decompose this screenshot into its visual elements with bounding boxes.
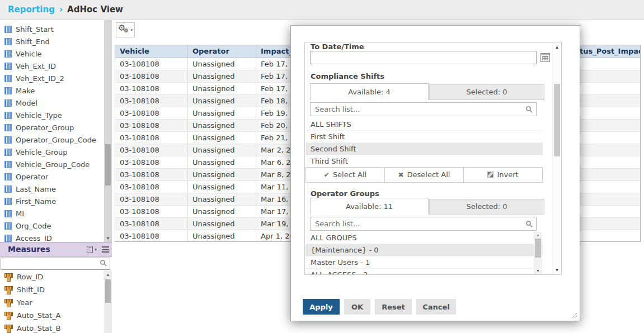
to-datetime-label: To Date/Time	[311, 42, 364, 51]
operator-cell: Unassigned	[188, 70, 256, 82]
cross-icon: ✖	[398, 171, 404, 179]
scroll-down-icon[interactable]: ▾	[553, 267, 561, 273]
scrollbar-thumb[interactable]	[105, 279, 111, 303]
scroll-down-icon[interactable]: ▾	[104, 235, 112, 241]
field-label: Shift_Start	[16, 25, 54, 34]
field-label: Vehicle_Group	[16, 148, 68, 156]
field-label: First_Name	[16, 197, 56, 206]
field-item[interactable]: Operator	[0, 170, 104, 183]
apply-button[interactable]: Apply	[303, 299, 340, 315]
search-icon	[100, 260, 105, 265]
group-list-item[interactable]: ALL_ACCESS - 2	[305, 269, 543, 275]
measure-ruler-icon	[4, 286, 13, 294]
scrollbar-thumb[interactable]	[535, 239, 541, 258]
shift-list-item[interactable]: Second Shift	[305, 143, 543, 155]
vehicle-cell: 03-108108	[115, 70, 188, 82]
column-field-icon	[4, 124, 12, 131]
groups-list-scrollbar[interactable]: ▴ ▾	[534, 232, 542, 274]
field-item[interactable]: Shift_End	[0, 35, 104, 47]
field-item[interactable]: Model	[0, 97, 104, 109]
to-datetime-input[interactable]	[310, 51, 537, 64]
ok-button[interactable]: OK	[344, 299, 370, 315]
deselect-all-button[interactable]: ✖Deselect All	[384, 167, 464, 183]
shifts-list: ALL SHIFTS First Shift Second Shift Thir…	[305, 118, 543, 168]
field-item[interactable]: MI	[0, 207, 104, 220]
field-item[interactable]: Vehicle_Type	[0, 109, 104, 121]
groups-search	[310, 217, 537, 231]
measure-label: Auto_Stat_A	[17, 311, 61, 320]
field-item[interactable]: Last_Name	[0, 183, 104, 195]
tab-shifts-selected[interactable]: Selected: 0	[429, 84, 544, 100]
vehicle-cell: 03-108108	[115, 206, 188, 217]
reset-button[interactable]: Reset	[375, 299, 412, 315]
resize-handle[interactable]	[571, 312, 577, 318]
cancel-button[interactable]: Cancel	[416, 299, 456, 315]
measure-item[interactable]: Shift_ID	[0, 283, 104, 296]
vehicle-cell: 03-108108	[115, 58, 188, 70]
scroll-up-icon[interactable]: ▴	[104, 271, 112, 278]
field-item[interactable]: Vehicle	[0, 47, 104, 60]
vehicle-cell: 03-108108	[115, 83, 188, 94]
breadcrumb-reporting-link[interactable]: Reporting	[8, 4, 55, 15]
group-list-item[interactable]: Master Users - 1	[305, 256, 543, 269]
field-label: Org_Code	[16, 222, 51, 230]
field-label: Veh_Ext_ID_2	[16, 74, 64, 83]
tab-groups-available[interactable]: Available: 11	[310, 198, 429, 215]
field-item[interactable]: Veh_Ext_ID	[0, 60, 104, 72]
field-item[interactable]: Vehicle_Group_Code	[0, 158, 104, 170]
operator-cell: Unassigned	[188, 120, 256, 131]
field-item[interactable]: Operator_Group	[0, 121, 104, 134]
operator-cell: Unassigned	[188, 95, 256, 107]
list-view-icon[interactable]	[87, 246, 93, 253]
column-header-operator[interactable]: Operator	[188, 45, 256, 58]
group-list-item[interactable]: {Maintenance} - 0	[305, 244, 543, 256]
scrollbar-thumb[interactable]	[105, 144, 111, 185]
vehicle-cell: 03-108108	[115, 156, 188, 168]
menu-icon[interactable]	[102, 246, 109, 253]
measures-scrollbar[interactable]: ▴	[104, 270, 112, 333]
measure-item[interactable]: Year	[0, 296, 104, 309]
column-header-vehicle[interactable]: Vehicle	[115, 45, 188, 58]
measure-label: Shift_ID	[17, 286, 45, 294]
measure-item[interactable]: Auto_Stat_B	[0, 322, 104, 333]
field-item[interactable]: Veh_Ext_ID_2	[0, 72, 104, 84]
field-item[interactable]: Operator_Group_Code	[0, 134, 104, 146]
field-label: Vehicle_Type	[16, 111, 62, 120]
field-label: MI	[16, 210, 24, 218]
tab-shifts-available[interactable]: Available: 4	[310, 83, 429, 100]
scroll-up-icon[interactable]: ▴	[534, 232, 542, 237]
fields-scrollbar[interactable]: ▾	[104, 20, 112, 242]
vehicle-cell: 03-108108	[115, 193, 188, 205]
scroll-down-icon[interactable]: ▾	[534, 268, 542, 273]
invert-button[interactable]: Invert	[463, 167, 543, 183]
field-item[interactable]: First_Name	[0, 195, 104, 207]
group-list-item[interactable]: ALL GROUPS	[305, 232, 543, 244]
field-item[interactable]: Shift_Start	[0, 23, 104, 35]
operator-cell: Unassigned	[188, 181, 256, 193]
tab-groups-selected[interactable]: Selected: 0	[429, 199, 544, 215]
shift-list-item[interactable]: Third Shift	[305, 155, 543, 168]
settings-gear-button[interactable]: ⚙ ⚙ ▾	[116, 22, 135, 37]
scrollbar-thumb[interactable]	[554, 84, 560, 156]
measure-label: Year	[17, 298, 32, 307]
measure-item[interactable]: Auto_Stat_A	[0, 309, 104, 322]
field-item[interactable]: Make	[0, 84, 104, 97]
vehicle-cell: 03-108108	[115, 144, 188, 156]
shifts-search-input[interactable]	[311, 103, 536, 116]
measure-item[interactable]: Row_ID	[0, 270, 104, 283]
field-label: Operator_Group_Code	[16, 136, 96, 144]
vehicle-cell: 03-108108	[115, 132, 188, 144]
measures-search-input[interactable]	[1, 258, 110, 270]
column-field-icon	[4, 50, 12, 58]
shift-list-item[interactable]: ALL SHIFTS	[305, 118, 543, 131]
scroll-up-icon[interactable]: ▴	[553, 44, 561, 50]
fields-list: Shift_Start Shift_End Vehicle Veh_Ext_ID…	[0, 20, 104, 242]
calendar-icon[interactable]	[540, 53, 550, 62]
select-all-button[interactable]: ✔Select All	[305, 167, 385, 183]
shift-list-item[interactable]: First Shift	[305, 131, 543, 143]
field-item[interactable]: Vehicle_Group	[0, 146, 104, 158]
field-item[interactable]: Org_Code	[0, 220, 104, 232]
groups-search-input[interactable]	[311, 217, 536, 230]
dialog-scrollbar[interactable]: ▴ ▾	[552, 42, 561, 274]
field-item[interactable]: Access_ID	[0, 232, 104, 242]
